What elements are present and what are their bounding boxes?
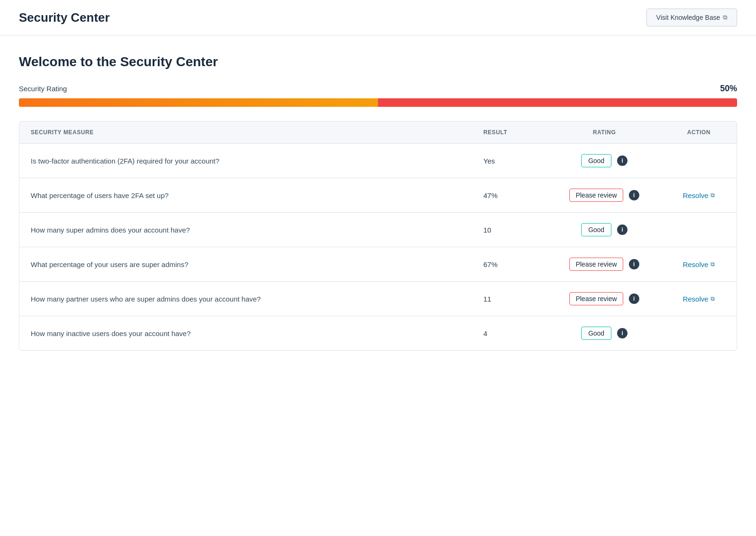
rating-cell-inner: Please reviewi [569,258,639,271]
cell-action [661,316,737,351]
resolve-label: Resolve [683,295,708,303]
page-title: Security Center [19,10,110,25]
rating-cell-inner: Goodi [581,154,627,167]
cell-rating: Please reviewi [548,247,661,282]
resolve-external-icon: ⧉ [711,192,715,199]
cell-result: 10 [472,213,548,247]
top-bar: Security Center Visit Knowledge Base ⧉ [0,0,756,35]
security-measures-table: SECURITY MEASURE RESULT RATING ACTION Is… [19,121,737,350]
table-row: How many partner users who are super adm… [19,282,737,316]
cell-rating: Goodi [548,213,661,247]
table-row: How many super admins does your account … [19,213,737,247]
resolve-external-icon: ⧉ [711,295,715,302]
visit-knowledge-base-button[interactable]: Visit Knowledge Base ⧉ [646,9,737,26]
table-row: What percentage of your users are super … [19,247,737,282]
badge-good: Good [581,327,611,340]
badge-review: Please review [569,258,623,271]
progress-bar-filled [19,98,378,107]
cell-rating: Goodi [548,316,661,351]
col-header-action: ACTION [661,121,737,144]
progress-bar [19,98,737,107]
welcome-heading: Welcome to the Security Center [19,54,737,69]
table-body: Is two-factor authentication (2FA) requi… [19,144,737,351]
cell-action: Resolve⧉ [661,282,737,316]
cell-result: Yes [472,144,548,178]
table-header: SECURITY MEASURE RESULT RATING ACTION [19,121,737,144]
cell-action: Resolve⧉ [661,178,737,213]
cell-result: 4 [472,316,548,351]
cell-action [661,144,737,178]
progress-bar-remaining [378,98,737,107]
cell-measure: How many super admins does your account … [19,213,472,247]
info-icon[interactable]: i [617,156,627,166]
badge-review: Please review [569,292,623,305]
resolve-link[interactable]: Resolve⧉ [683,260,715,268]
rating-label: Security Rating [19,85,67,93]
cell-rating: Please reviewi [548,178,661,213]
rating-cell-inner: Please reviewi [569,189,639,202]
cell-rating: Please reviewi [548,282,661,316]
main-content: Welcome to the Security Center Security … [0,35,756,370]
info-icon[interactable]: i [629,259,639,269]
rating-cell-inner: Goodi [581,327,627,340]
security-rating-section: Security Rating 50% [19,84,737,107]
badge-good: Good [581,154,611,167]
info-icon[interactable]: i [617,225,627,235]
cell-action [661,213,737,247]
badge-good: Good [581,223,611,236]
cell-rating: Goodi [548,144,661,178]
resolve-external-icon: ⧉ [711,261,715,268]
cell-measure: What percentage of users have 2FA set up… [19,178,472,213]
resolve-label: Resolve [683,191,708,199]
cell-result: 11 [472,282,548,316]
cell-measure: How many partner users who are super adm… [19,282,472,316]
resolve-link[interactable]: Resolve⧉ [683,295,715,303]
resolve-label: Resolve [683,260,708,268]
external-link-icon: ⧉ [723,14,727,21]
security-measures-table-wrapper: SECURITY MEASURE RESULT RATING ACTION Is… [19,121,737,351]
col-header-result: RESULT [472,121,548,144]
visit-kb-label: Visit Knowledge Base [656,14,720,21]
info-icon[interactable]: i [617,328,627,338]
col-header-measure: SECURITY MEASURE [19,121,472,144]
info-icon[interactable]: i [629,294,639,304]
cell-result: 47% [472,178,548,213]
cell-measure: Is two-factor authentication (2FA) requi… [19,144,472,178]
table-row: How many inactive users does your accoun… [19,316,737,351]
resolve-link[interactable]: Resolve⧉ [683,191,715,199]
col-header-rating: RATING [548,121,661,144]
rating-header: Security Rating 50% [19,84,737,94]
badge-review: Please review [569,189,623,202]
cell-action: Resolve⧉ [661,247,737,282]
cell-measure: What percentage of your users are super … [19,247,472,282]
cell-result: 67% [472,247,548,282]
rating-percent: 50% [720,84,737,94]
table-row: What percentage of users have 2FA set up… [19,178,737,213]
rating-cell-inner: Goodi [581,223,627,236]
rating-cell-inner: Please reviewi [569,292,639,305]
info-icon[interactable]: i [629,190,639,200]
table-row: Is two-factor authentication (2FA) requi… [19,144,737,178]
cell-measure: How many inactive users does your accoun… [19,316,472,351]
